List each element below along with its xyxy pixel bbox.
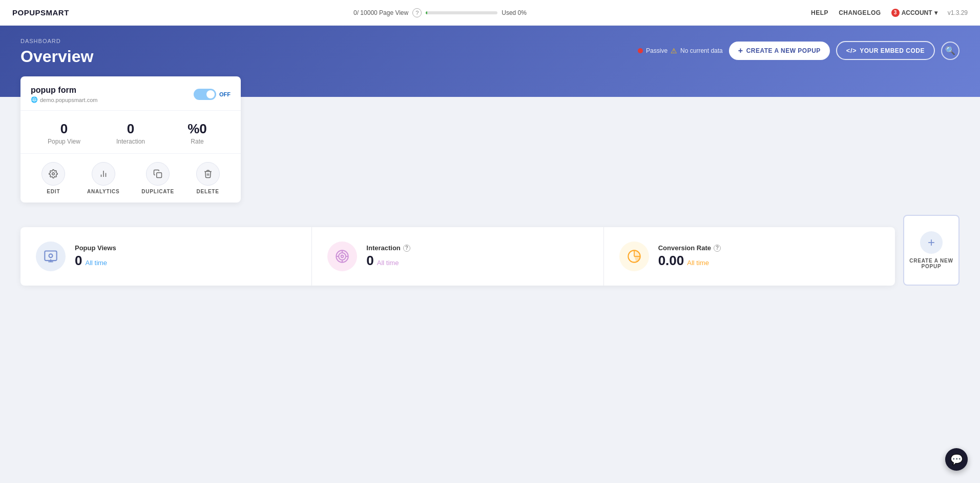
edit-icon	[41, 162, 65, 186]
code-icon: </>	[846, 47, 857, 54]
conversion-info: Conversion Rate ? 0.00All time	[658, 244, 721, 269]
popup-card-stats: 0 Popup View 0 Interaction %0 Rate	[20, 111, 241, 154]
popup-views-alltime: All time	[85, 259, 107, 267]
delete-icon	[196, 162, 220, 186]
create-new-label: CREATE A NEW POPUP	[909, 258, 953, 269]
topnav-center: 0/ 10000 Page View ? Used 0%	[69, 8, 811, 17]
create-new-plus-icon: +	[920, 231, 943, 254]
stat-value-interaction: 0	[97, 121, 164, 137]
popup-views-title: Popup Views	[75, 244, 116, 252]
bstat-interaction: Interaction ? 0All time	[312, 227, 603, 286]
popup-card-url: 🌐 demo.popupsmart.com	[31, 96, 98, 103]
delete-button[interactable]: DELETE	[196, 162, 220, 194]
create-popup-label: CREATE A NEW POPUP	[746, 47, 821, 54]
interaction-icon-wrap	[327, 242, 357, 271]
account-badge: 3	[891, 9, 900, 17]
conversion-title: Conversion Rate ?	[658, 244, 721, 252]
help-link[interactable]: HELP	[811, 9, 828, 16]
toggle-wrap: OFF	[194, 89, 231, 100]
duplicate-button[interactable]: DUPLICATE	[141, 162, 174, 194]
svg-point-8	[339, 253, 346, 260]
status-dot-icon	[638, 48, 643, 53]
edit-label: EDIT	[47, 189, 60, 194]
bstat-popup-views: Popup Views 0All time	[20, 227, 312, 286]
bottom-stats-bar: Popup Views 0All time	[20, 227, 895, 286]
bstat-conversion-rate: Conversion Rate ? 0.00All time	[604, 227, 895, 286]
popup-views-value: 0All time	[75, 253, 116, 269]
pageview-bar-fill	[426, 11, 427, 14]
popup-toggle[interactable]	[194, 89, 216, 100]
stat-label-rate: Rate	[164, 138, 231, 145]
pageview-label: 0/ 10000 Page View	[353, 9, 408, 16]
interaction-info-icon: ?	[403, 245, 410, 252]
used-label: Used 0%	[502, 9, 527, 16]
bottom-stats-section: Popup Views 0All time	[20, 215, 960, 286]
search-icon: 🔍	[945, 46, 955, 55]
main-content: popup form 🌐 demo.popupsmart.com OFF 0 P…	[0, 76, 980, 306]
toggle-thumb	[206, 90, 215, 98]
interaction-alltime: All time	[377, 259, 399, 267]
status-badge: Passive ⚠ No current data	[638, 47, 723, 55]
warning-icon: ⚠	[671, 47, 677, 55]
account-chevron-icon: ▾	[934, 9, 937, 16]
interaction-title: Interaction ?	[366, 244, 410, 252]
duplicate-label: DUPLICATE	[141, 189, 174, 194]
conversion-icon-wrap	[619, 242, 649, 271]
globe-icon: 🌐	[31, 96, 38, 103]
version-label: v1.3.29	[948, 9, 968, 16]
edit-button[interactable]: EDIT	[41, 162, 65, 194]
delete-label: DELETE	[196, 189, 219, 194]
conversion-value: 0.00All time	[658, 253, 721, 269]
interaction-info: Interaction ? 0All time	[366, 244, 410, 269]
embed-code-label: YOUR EMBED CODE	[860, 47, 925, 54]
header-actions: Passive ⚠ No current data + CREATE A NEW…	[638, 41, 960, 60]
chat-icon: 💬	[950, 453, 963, 466]
topnav-right: HELP CHANGELOG 3 ACCOUNT ▾ v1.3.29	[811, 9, 968, 17]
conversion-info-icon: ?	[714, 245, 721, 252]
status-passive-label: Passive	[646, 47, 668, 54]
changelog-link[interactable]: CHANGELOG	[839, 9, 881, 16]
popup-card-actions: EDIT ANALYTICS DUPLICATE DELETE	[20, 154, 241, 203]
stat-label-interaction: Interaction	[97, 138, 164, 145]
plus-icon: +	[738, 46, 743, 55]
stat-value-popup-view: 0	[31, 121, 97, 137]
analytics-icon	[92, 162, 115, 186]
topnav: POPUPSMART 0/ 10000 Page View ? Used 0% …	[0, 0, 980, 26]
create-popup-button[interactable]: + CREATE A NEW POPUP	[729, 42, 830, 60]
stat-item-rate: %0 Rate	[164, 121, 231, 145]
popup-views-icon-wrap	[36, 242, 66, 271]
stat-item-popup-view: 0 Popup View	[31, 121, 97, 145]
pageview-bar	[426, 11, 497, 14]
toggle-off-label: OFF	[219, 91, 231, 97]
pageview-help-icon[interactable]: ?	[412, 8, 422, 17]
no-data-label: No current data	[680, 47, 723, 54]
embed-code-button[interactable]: </> YOUR EMBED CODE	[836, 41, 935, 60]
analytics-button[interactable]: ANALYTICS	[87, 162, 120, 194]
popup-card-header: popup form 🌐 demo.popupsmart.com OFF	[20, 76, 241, 111]
popup-card-title-wrap: popup form 🌐 demo.popupsmart.com	[31, 86, 98, 103]
stat-label-popup-view: Popup View	[31, 138, 97, 145]
stat-value-rate: %0	[164, 121, 231, 137]
account-label: ACCOUNT	[902, 9, 932, 16]
account-button[interactable]: 3 ACCOUNT ▾	[891, 9, 937, 17]
app-logo: POPUPSMART	[12, 8, 69, 17]
interaction-value: 0All time	[366, 253, 410, 269]
svg-point-0	[52, 173, 55, 175]
stat-item-interaction: 0 Interaction	[97, 121, 164, 145]
popup-views-info: Popup Views 0All time	[75, 244, 116, 269]
chat-bubble-button[interactable]: 💬	[945, 448, 968, 471]
svg-rect-5	[45, 251, 56, 261]
svg-rect-4	[157, 173, 162, 178]
conversion-alltime: All time	[687, 259, 709, 267]
svg-point-9	[341, 255, 344, 258]
svg-point-6	[49, 254, 53, 257]
create-new-popup-card[interactable]: + CREATE A NEW POPUP	[903, 215, 960, 286]
popup-card-name: popup form	[31, 86, 98, 95]
analytics-label: ANALYTICS	[87, 189, 120, 194]
popup-card: popup form 🌐 demo.popupsmart.com OFF 0 P…	[20, 76, 241, 203]
search-button[interactable]: 🔍	[941, 42, 960, 60]
popup-url-text: demo.popupsmart.com	[40, 97, 98, 103]
duplicate-icon	[146, 162, 170, 186]
